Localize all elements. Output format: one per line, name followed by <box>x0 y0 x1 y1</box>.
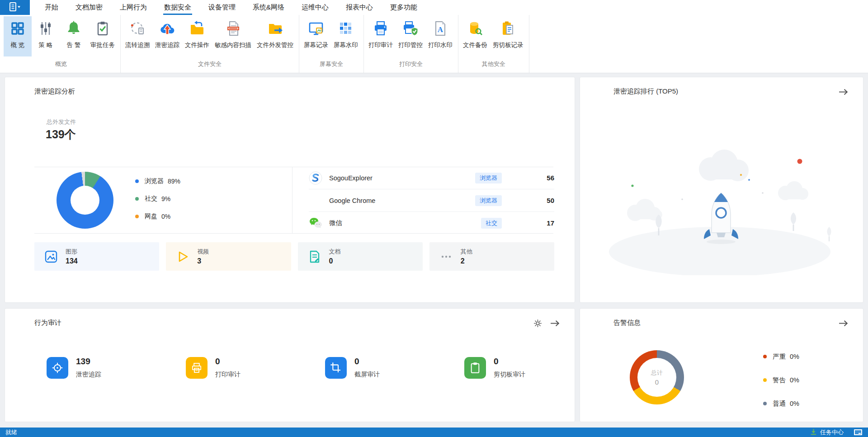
channel-legend: 浏览器 89% 社交 9% 网盘 0% <box>135 172 180 225</box>
behavior-audit-card: 行为审计 139 泄密追踪 <box>5 308 575 422</box>
legend-dot <box>135 179 139 183</box>
legend-row: 社交 9% <box>135 190 180 207</box>
legend-row: 严重 0% <box>763 345 799 368</box>
ribbon-item-policy[interactable]: 策 略 <box>32 16 60 56</box>
image-file-icon <box>44 250 58 263</box>
ribbon-item-flow-trace[interactable]: 流转追溯 <box>123 16 152 56</box>
stat-value: 0 <box>494 357 525 367</box>
leak-rank-card: 泄密追踪排行 (TOP5) <box>580 77 863 303</box>
ribbon-item-leak-trace[interactable]: 泄密追踪 <box>152 16 182 56</box>
ribbon-item-print-audit[interactable]: 打印审计 <box>366 16 396 56</box>
open-detail-arrow-icon[interactable] <box>838 88 849 96</box>
file-type-label: 视频 <box>197 248 209 256</box>
ribbon-item-print-watermark[interactable]: A 打印水印 <box>425 16 455 56</box>
stat-value: 139 <box>76 357 101 367</box>
divider <box>292 167 292 233</box>
ribbon-item-clipboard-record[interactable]: 剪切板记录 <box>490 16 526 56</box>
task-center-label: 任务中心 <box>820 428 844 437</box>
app-row-chrome[interactable]: Google Chrome 浏览器 50 <box>309 189 554 212</box>
stat-screenshot-audit[interactable]: 0 截屏审计 <box>325 357 464 379</box>
ribbon-item-screen-record[interactable]: 屏幕记录 <box>301 16 331 56</box>
ribbon-item-label: 屏幕水印 <box>334 41 358 49</box>
ribbon-item-label: 打印审计 <box>368 41 393 49</box>
ribbon-group-overview: 概 览 策 略 告 警 审批任务 概览 <box>2 15 121 73</box>
app-category-tag: 浏览器 <box>475 173 502 183</box>
ribbon-group-label: 概览 <box>2 57 120 73</box>
ribbon-item-print-control[interactable]: 打印管控 <box>396 16 425 56</box>
file-operation-icon <box>188 19 206 38</box>
ribbon-item-label: 流转追溯 <box>125 41 150 49</box>
dashboard: 泄密追踪分析 总外发文件 139个 浏览器 89% 社交 9% <box>0 73 868 428</box>
menu-tab-system-network[interactable]: 系统&网络 <box>244 0 293 15</box>
app-menu-button[interactable] <box>0 0 30 15</box>
ribbon-group-label: 打印安全 <box>364 57 458 73</box>
stat-print-audit[interactable]: 0 打印审计 <box>186 357 325 379</box>
ribbon: 概 览 策 略 告 警 审批任务 概览 <box>0 15 868 73</box>
app-window: 开始 文档加密 上网行为 数据安全 设备管理 系统&网络 运维中心 报表中心 更… <box>0 0 868 437</box>
printer-icon <box>186 357 208 379</box>
app-row-sogou[interactable]: SogouExplorer 浏览器 56 <box>309 167 554 189</box>
clipboard-icon <box>464 357 486 379</box>
stat-label: 截屏审计 <box>354 371 380 379</box>
file-type-value: 2 <box>461 257 472 265</box>
ribbon-item-alert[interactable]: 告 警 <box>60 16 88 56</box>
open-detail-arrow-icon[interactable] <box>838 320 849 327</box>
gear-icon[interactable] <box>533 319 542 328</box>
legend-dot <box>135 197 139 201</box>
alert-donut-chart: 总计 0 <box>630 350 684 404</box>
file-type-card-other[interactable]: 其他 2 <box>429 242 554 271</box>
ribbon-item-file-operation[interactable]: 文件操作 <box>182 16 212 56</box>
file-type-card-images[interactable]: 图形 134 <box>34 242 159 271</box>
ribbon-item-label: 概 览 <box>11 41 25 49</box>
monitor-icon[interactable] <box>854 429 863 436</box>
card-title-leak-analysis: 泄密追踪分析 <box>34 87 75 96</box>
ribbon-item-file-outgoing[interactable]: 文件外发管控 <box>254 16 296 56</box>
legend-row: 浏览器 89% <box>135 172 180 190</box>
total-files-value: 139个 <box>46 127 76 142</box>
alert-info-card: 告警信息 总计 0 严重 0% 警告 0% <box>580 308 863 422</box>
clipboard-record-icon <box>499 19 517 38</box>
ribbon-item-approval-tasks[interactable]: 审批任务 <box>88 16 118 56</box>
wechat-icon <box>309 216 322 230</box>
menu-tab-doc-encrypt[interactable]: 文档加密 <box>67 0 111 15</box>
legend-value: 0% <box>790 400 799 407</box>
ribbon-item-screen-watermark[interactable]: 屏幕水印 <box>331 16 361 56</box>
menu-tab-more[interactable]: 更多功能 <box>382 0 426 15</box>
file-type-label: 文档 <box>329 248 341 256</box>
red-dot <box>797 159 802 164</box>
menu-tab-report-center[interactable]: 报表中心 <box>337 0 382 15</box>
stat-label: 泄密追踪 <box>76 371 101 379</box>
legend-label: 社交 <box>145 195 157 203</box>
app-name: 微信 <box>329 219 481 227</box>
ribbon-item-sensitive-scan[interactable]: 敏感内容扫描 <box>212 16 254 56</box>
ribbon-group-screen-security: 屏幕记录 屏幕水印 屏幕安全 <box>299 15 364 73</box>
divider <box>34 233 553 234</box>
legend-row: 警告 0% <box>763 368 799 392</box>
menu-tab-start[interactable]: 开始 <box>36 0 67 15</box>
menu-tab-web-behavior[interactable]: 上网行为 <box>111 0 156 15</box>
menu-tab-ops-center[interactable]: 运维中心 <box>293 0 337 15</box>
ribbon-item-overview[interactable]: 概 览 <box>4 16 32 56</box>
stat-leak-trace[interactable]: 139 泄密追踪 <box>47 357 186 379</box>
task-center-button[interactable]: 任务中心 <box>810 428 844 437</box>
app-count: 50 <box>537 197 554 204</box>
approval-tasks-icon <box>94 19 112 38</box>
alert-total-value: 0 <box>655 378 659 386</box>
ribbon-group-print-security: 打印审计 打印管控 A 打印水印 打印安全 <box>364 15 458 73</box>
ribbon-item-label: 打印管控 <box>398 41 423 49</box>
menu-tab-device-mgmt[interactable]: 设备管理 <box>200 0 244 15</box>
print-watermark-icon: A <box>431 19 449 38</box>
app-row-wechat[interactable]: 微信 社交 17 <box>309 212 554 234</box>
empty-state-illustration <box>604 135 840 277</box>
ribbon-item-label: 屏幕记录 <box>304 41 328 49</box>
file-type-card-docs[interactable]: 文档 0 <box>298 242 423 271</box>
print-control-icon <box>401 19 420 38</box>
app-name: Google Chrome <box>329 197 475 204</box>
file-type-card-videos[interactable]: 视频 3 <box>166 242 291 271</box>
legend-row: 网盘 0% <box>135 207 180 225</box>
legend-label: 网盘 <box>145 212 157 221</box>
menu-tab-data-security[interactable]: 数据安全 <box>156 0 200 15</box>
ribbon-item-file-backup[interactable]: 文件备份 <box>460 16 490 56</box>
ribbon-item-label: 告 警 <box>67 41 81 49</box>
open-detail-arrow-icon[interactable] <box>550 320 560 327</box>
